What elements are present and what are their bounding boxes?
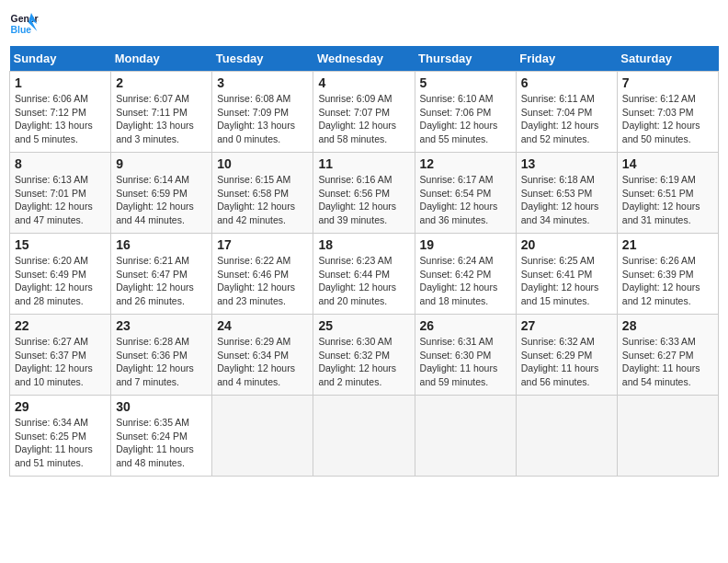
calendar-table: SundayMondayTuesdayWednesdayThursdayFrid…	[9, 46, 719, 477]
col-header-sunday: Sunday	[10, 46, 111, 72]
day-number: 6	[521, 75, 612, 90]
day-info: Sunrise: 6:08 AMSunset: 7:09 PMDaylight:…	[217, 92, 308, 146]
day-info: Sunrise: 6:28 AMSunset: 6:36 PMDaylight:…	[116, 335, 207, 389]
day-number: 1	[15, 75, 106, 90]
day-number: 28	[622, 318, 713, 333]
day-info: Sunrise: 6:22 AMSunset: 6:46 PMDaylight:…	[217, 254, 308, 308]
day-info: Sunrise: 6:16 AMSunset: 6:56 PMDaylight:…	[318, 173, 409, 227]
day-number: 24	[217, 318, 308, 333]
calendar-cell: 14Sunrise: 6:19 AMSunset: 6:51 PMDayligh…	[617, 153, 718, 234]
calendar-cell: 13Sunrise: 6:18 AMSunset: 6:53 PMDayligh…	[516, 153, 617, 234]
day-info: Sunrise: 6:13 AMSunset: 7:01 PMDaylight:…	[15, 173, 106, 227]
day-info: Sunrise: 6:09 AMSunset: 7:07 PMDaylight:…	[318, 92, 409, 146]
col-header-tuesday: Tuesday	[212, 46, 313, 72]
day-number: 21	[622, 237, 713, 252]
col-header-friday: Friday	[516, 46, 617, 72]
calendar-cell: 25Sunrise: 6:30 AMSunset: 6:32 PMDayligh…	[313, 315, 415, 396]
calendar-cell: 16Sunrise: 6:21 AMSunset: 6:47 PMDayligh…	[111, 234, 212, 315]
day-info: Sunrise: 6:21 AMSunset: 6:47 PMDaylight:…	[116, 254, 207, 308]
calendar-cell: 19Sunrise: 6:24 AMSunset: 6:42 PMDayligh…	[415, 234, 516, 315]
day-number: 15	[15, 237, 106, 252]
day-info: Sunrise: 6:25 AMSunset: 6:41 PMDaylight:…	[521, 254, 612, 308]
day-info: Sunrise: 6:11 AMSunset: 7:04 PMDaylight:…	[521, 92, 612, 146]
day-info: Sunrise: 6:29 AMSunset: 6:34 PMDaylight:…	[217, 335, 308, 389]
calendar-cell: 10Sunrise: 6:15 AMSunset: 6:58 PMDayligh…	[212, 153, 313, 234]
day-info: Sunrise: 6:10 AMSunset: 7:06 PMDaylight:…	[420, 92, 511, 146]
col-header-saturday: Saturday	[617, 46, 718, 72]
day-number: 10	[217, 156, 308, 171]
calendar-cell: 22Sunrise: 6:27 AMSunset: 6:37 PMDayligh…	[10, 315, 111, 396]
day-number: 4	[318, 75, 409, 90]
day-number: 5	[420, 75, 511, 90]
day-info: Sunrise: 6:12 AMSunset: 7:03 PMDaylight:…	[622, 92, 713, 146]
day-number: 2	[116, 75, 207, 90]
day-info: Sunrise: 6:24 AMSunset: 6:42 PMDaylight:…	[420, 254, 511, 308]
calendar-cell: 18Sunrise: 6:23 AMSunset: 6:44 PMDayligh…	[313, 234, 415, 315]
day-info: Sunrise: 6:06 AMSunset: 7:12 PMDaylight:…	[15, 92, 106, 146]
day-info: Sunrise: 6:23 AMSunset: 6:44 PMDaylight:…	[318, 254, 409, 308]
calendar-cell	[313, 396, 415, 477]
day-info: Sunrise: 6:33 AMSunset: 6:27 PMDaylight:…	[622, 335, 713, 389]
day-number: 19	[420, 237, 511, 252]
day-number: 13	[521, 156, 612, 171]
calendar-cell: 21Sunrise: 6:26 AMSunset: 6:39 PMDayligh…	[617, 234, 718, 315]
calendar-cell: 7Sunrise: 6:12 AMSunset: 7:03 PMDaylight…	[617, 72, 718, 153]
calendar-cell: 24Sunrise: 6:29 AMSunset: 6:34 PMDayligh…	[212, 315, 313, 396]
day-number: 9	[116, 156, 207, 171]
day-number: 20	[521, 237, 612, 252]
calendar-cell: 11Sunrise: 6:16 AMSunset: 6:56 PMDayligh…	[313, 153, 415, 234]
day-info: Sunrise: 6:35 AMSunset: 6:24 PMDaylight:…	[116, 416, 207, 470]
header: General Blue	[9, 9, 719, 39]
svg-text:Blue: Blue	[11, 25, 32, 35]
calendar-cell: 23Sunrise: 6:28 AMSunset: 6:36 PMDayligh…	[111, 315, 212, 396]
col-header-monday: Monday	[111, 46, 212, 72]
calendar-cell: 28Sunrise: 6:33 AMSunset: 6:27 PMDayligh…	[617, 315, 718, 396]
day-number: 29	[15, 399, 106, 414]
day-number: 8	[15, 156, 106, 171]
day-number: 11	[318, 156, 409, 171]
day-info: Sunrise: 6:18 AMSunset: 6:53 PMDaylight:…	[521, 173, 612, 227]
calendar-cell	[516, 396, 617, 477]
calendar-cell: 29Sunrise: 6:34 AMSunset: 6:25 PMDayligh…	[10, 396, 111, 477]
calendar-cell: 2Sunrise: 6:07 AMSunset: 7:11 PMDaylight…	[111, 72, 212, 153]
day-number: 22	[15, 318, 106, 333]
calendar-cell: 27Sunrise: 6:32 AMSunset: 6:29 PMDayligh…	[516, 315, 617, 396]
day-number: 18	[318, 237, 409, 252]
day-info: Sunrise: 6:34 AMSunset: 6:25 PMDaylight:…	[15, 416, 106, 470]
calendar-cell: 3Sunrise: 6:08 AMSunset: 7:09 PMDaylight…	[212, 72, 313, 153]
day-number: 30	[116, 399, 207, 414]
logo-icon: General Blue	[9, 9, 39, 39]
day-info: Sunrise: 6:30 AMSunset: 6:32 PMDaylight:…	[318, 335, 409, 389]
day-info: Sunrise: 6:26 AMSunset: 6:39 PMDaylight:…	[622, 254, 713, 308]
calendar-cell: 9Sunrise: 6:14 AMSunset: 6:59 PMDaylight…	[111, 153, 212, 234]
calendar-cell: 17Sunrise: 6:22 AMSunset: 6:46 PMDayligh…	[212, 234, 313, 315]
day-info: Sunrise: 6:32 AMSunset: 6:29 PMDaylight:…	[521, 335, 612, 389]
day-number: 16	[116, 237, 207, 252]
day-info: Sunrise: 6:31 AMSunset: 6:30 PMDaylight:…	[420, 335, 511, 389]
day-info: Sunrise: 6:27 AMSunset: 6:37 PMDaylight:…	[15, 335, 106, 389]
day-info: Sunrise: 6:19 AMSunset: 6:51 PMDaylight:…	[622, 173, 713, 227]
calendar-cell: 12Sunrise: 6:17 AMSunset: 6:54 PMDayligh…	[415, 153, 516, 234]
calendar-cell: 4Sunrise: 6:09 AMSunset: 7:07 PMDaylight…	[313, 72, 415, 153]
day-info: Sunrise: 6:17 AMSunset: 6:54 PMDaylight:…	[420, 173, 511, 227]
logo: General Blue	[9, 9, 39, 39]
day-number: 23	[116, 318, 207, 333]
day-number: 12	[420, 156, 511, 171]
col-header-wednesday: Wednesday	[313, 46, 415, 72]
col-header-thursday: Thursday	[415, 46, 516, 72]
day-info: Sunrise: 6:14 AMSunset: 6:59 PMDaylight:…	[116, 173, 207, 227]
day-info: Sunrise: 6:07 AMSunset: 7:11 PMDaylight:…	[116, 92, 207, 146]
day-number: 3	[217, 75, 308, 90]
day-number: 14	[622, 156, 713, 171]
calendar-cell	[415, 396, 516, 477]
calendar-cell: 20Sunrise: 6:25 AMSunset: 6:41 PMDayligh…	[516, 234, 617, 315]
day-number: 17	[217, 237, 308, 252]
calendar-cell: 1Sunrise: 6:06 AMSunset: 7:12 PMDaylight…	[10, 72, 111, 153]
calendar-cell: 6Sunrise: 6:11 AMSunset: 7:04 PMDaylight…	[516, 72, 617, 153]
day-number: 27	[521, 318, 612, 333]
calendar-cell: 8Sunrise: 6:13 AMSunset: 7:01 PMDaylight…	[10, 153, 111, 234]
calendar-cell: 5Sunrise: 6:10 AMSunset: 7:06 PMDaylight…	[415, 72, 516, 153]
calendar-cell	[212, 396, 313, 477]
day-number: 25	[318, 318, 409, 333]
calendar-cell: 30Sunrise: 6:35 AMSunset: 6:24 PMDayligh…	[111, 396, 212, 477]
